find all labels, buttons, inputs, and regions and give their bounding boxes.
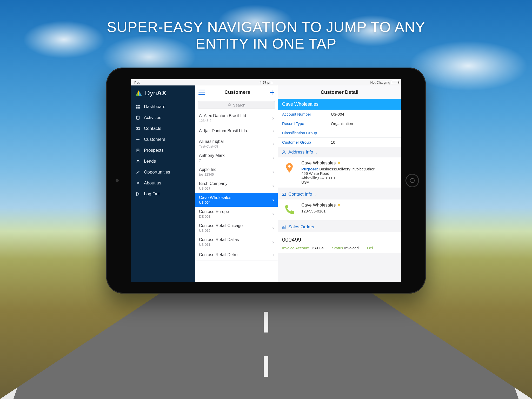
list-row[interactable]: A. Alex Dantum Brasil Ltd12345-2›: [195, 111, 278, 125]
sidebar: DynAX DashboardActivitiesContactsCustome…: [131, 85, 195, 282]
row-title: Birch Company: [199, 181, 227, 186]
chevron-right-icon: ›: [272, 128, 274, 134]
sidebar-item-dashboard[interactable]: Dashboard: [131, 101, 195, 112]
add-button[interactable]: +: [269, 90, 275, 95]
sidebar-item-contacts[interactable]: Contacts: [131, 123, 195, 134]
dashboard-icon: [135, 104, 141, 110]
svg-rect-9: [136, 128, 139, 130]
contact-title: Cave Wholesales: [301, 203, 336, 208]
contacts-icon: [135, 126, 141, 131]
leads-icon: [135, 158, 141, 164]
svg-point-16: [137, 182, 137, 183]
phone-icon: [282, 203, 297, 217]
list-row[interactable]: Apple Inc.test12345›: [195, 165, 278, 179]
detail-field: Customer Group10: [278, 138, 401, 147]
detail-field: Account NumberUS-004: [278, 110, 401, 119]
field-label: Account Number: [282, 112, 326, 116]
sidebar-item-customers[interactable]: Customers: [131, 134, 195, 145]
row-title: Contoso Europe: [199, 209, 229, 214]
sidebar-item-label: Opportunities: [144, 170, 170, 175]
svg-rect-8: [137, 116, 139, 117]
svg-point-22: [288, 165, 291, 168]
chevron-right-icon: ›: [272, 183, 274, 189]
search-input[interactable]: Search: [198, 101, 275, 109]
chevron-right-icon: ›: [272, 211, 274, 217]
field-label: Record Type: [282, 121, 326, 126]
brand-logo-icon: [135, 90, 142, 97]
sidebar-item-log-out[interactable]: Log Out: [131, 189, 195, 200]
list-row[interactable]: Ali nasir iqbalTest-Cust-08›: [195, 137, 278, 151]
chart-icon: [282, 225, 286, 229]
chevron-right-icon: ›: [272, 239, 274, 245]
sidebar-item-leads[interactable]: Leads: [131, 156, 195, 167]
sidebar-item-about-us[interactable]: About us: [131, 178, 195, 189]
id-card-icon: [282, 192, 286, 197]
list-row[interactable]: Contoso Retail Detroit›: [195, 249, 278, 261]
app-screen: iPad 4:57 pm Not Charging DynAX Da: [131, 79, 401, 282]
row-subtitle: 7: [199, 158, 225, 162]
list-row[interactable]: Anthony Mark7›: [195, 151, 278, 165]
sidebar-item-label: Customers: [144, 137, 165, 142]
svg-rect-5: [136, 107, 137, 109]
map-pin-icon: [282, 161, 297, 175]
sales-order-card[interactable]: 000499 Invoice Account US-004 Status Inv…: [278, 232, 401, 253]
list-row[interactable]: A. Ijaz Dantum Brasil Ltda-›: [195, 125, 278, 137]
sidebar-item-label: Contacts: [144, 126, 161, 131]
field-value: US-004: [331, 112, 344, 116]
chevron-right-icon: ›: [272, 115, 274, 122]
status-time: 4:57 pm: [131, 81, 401, 84]
contact-card[interactable]: Cave Wholesales 123-555-0161: [278, 200, 401, 220]
svg-point-19: [228, 104, 230, 106]
chevron-down-icon: ⌄: [315, 150, 318, 154]
brand: DynAX: [131, 85, 195, 101]
customer-name-bar: Cave Wholesales: [278, 99, 401, 110]
svg-point-15: [138, 160, 139, 161]
chevron-right-icon: ›: [272, 225, 274, 231]
marketing-headline: SUPER-EASY NAVIGATION TO JUMP TO ANY ENT…: [0, 19, 532, 52]
battery-icon: [392, 81, 398, 84]
ipad-home-button[interactable]: [405, 174, 419, 187]
contact-section-header[interactable]: Contact Info ⌄: [278, 189, 401, 200]
detail-field: Record TypeOrganization: [278, 119, 401, 128]
chevron-right-icon: ›: [272, 169, 274, 175]
detail-field: Classification Group: [278, 128, 401, 138]
list-row[interactable]: Contoso Retail DallasUS-011›: [195, 235, 278, 249]
prospects-icon: [135, 148, 141, 153]
list-row[interactable]: Contoso Retail ChicagoUS-015›: [195, 221, 278, 235]
sidebar-item-label: Prospects: [144, 148, 164, 153]
about-us-icon: [135, 180, 141, 186]
field-label: Customer Group: [282, 140, 326, 144]
status-bar: iPad 4:57 pm Not Charging: [131, 79, 401, 85]
sales-section-header[interactable]: Sales Orders: [278, 222, 401, 232]
sidebar-item-label: Leads: [144, 159, 156, 164]
sidebar-item-activities[interactable]: Activities: [131, 112, 195, 123]
address-section-header[interactable]: Address Info ⌄: [278, 147, 401, 157]
sidebar-item-prospects[interactable]: Prospects: [131, 145, 195, 156]
svg-point-17: [137, 182, 138, 183]
customer-list-column: Customers + Search A. Alex Dantum Brasil…: [195, 85, 278, 282]
field-value: Organization: [331, 121, 353, 126]
field-value: 10: [331, 140, 335, 144]
contact-phone: 123-555-0161: [301, 209, 341, 213]
log-out-icon: [135, 191, 141, 197]
list-row[interactable]: Contoso EuropeDE-001›: [195, 207, 278, 221]
sidebar-item-opportunities[interactable]: Opportunities: [131, 167, 195, 178]
sidebar-item-label: Log Out: [144, 191, 160, 197]
search-placeholder: Search: [233, 103, 245, 107]
svg-point-18: [138, 182, 139, 183]
row-title: Contoso Retail Chicago: [199, 223, 243, 228]
row-subtitle: US-011: [199, 243, 239, 247]
person-pin-icon: [282, 150, 286, 155]
detail-column: Customer Detail Cave Wholesales Account …: [278, 85, 401, 282]
list-row[interactable]: Birch CompanyUS-027›: [195, 179, 278, 193]
address-card[interactable]: Cave Wholesales Purpose: Business;Delive…: [278, 157, 401, 188]
row-title: Ali nasir iqbal: [199, 139, 224, 144]
svg-rect-4: [138, 105, 140, 106]
menu-icon[interactable]: [198, 90, 205, 95]
svg-rect-24: [282, 193, 286, 196]
row-title: Contoso Retail Dallas: [199, 237, 239, 242]
ribbon-icon: [337, 203, 341, 208]
list-row[interactable]: Cave WholesalesUS-004›: [195, 193, 278, 207]
field-label: Classification Group: [282, 131, 326, 135]
list-title: Customers: [224, 89, 250, 95]
